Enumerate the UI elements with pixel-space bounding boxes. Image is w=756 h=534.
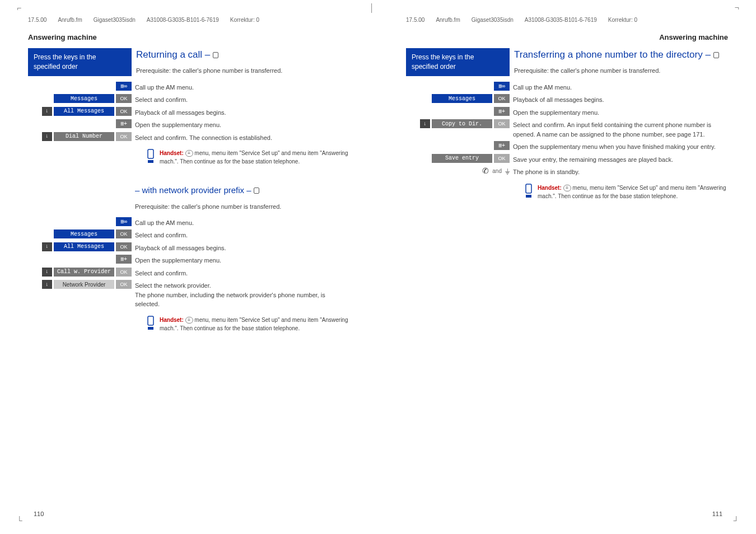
heading-network-prefix-text: – with network provider prefix – [135, 185, 254, 195]
step-text: Playback of all messages begins. [513, 94, 728, 105]
supplementary-menu-icon[interactable]: ≣+ [116, 119, 132, 128]
step-text: Select and confirm. The connection is es… [135, 132, 350, 143]
step-text: Playback of all messages begins. [135, 242, 350, 253]
ok-button[interactable]: OK [116, 229, 132, 238]
page-number-left: 110 [34, 510, 44, 517]
menu-icon[interactable]: ≣∞ [116, 82, 132, 91]
blue-box-line1: Press the keys in the [34, 53, 126, 62]
heading-network-prefix: – with network provider prefix – [135, 184, 350, 197]
call-w-provider-button[interactable]: Call w. Provider [54, 268, 114, 277]
header-korr: Korrektur: 0 [608, 17, 637, 23]
menu-icon[interactable]: ≣∞ [494, 82, 510, 91]
header-device: Gigaset3035isdn [472, 17, 514, 23]
step-text: Open the supplementary menu. [513, 107, 728, 118]
handset-note: Handset: ≡ menu, menu item "Service Set … [146, 149, 350, 166]
svg-rect-4 [526, 184, 531, 193]
step-text: The phone is in standby. [513, 166, 728, 177]
header-file: Anrufb.fm [58, 17, 82, 23]
hook-on-icon: ⏚ [505, 166, 510, 175]
ok-button[interactable]: OK [116, 107, 132, 116]
hook-off-icon: ✆ [482, 166, 489, 175]
handset-label: Handset: [538, 185, 562, 191]
dial-number-button[interactable]: Dial Number [54, 132, 114, 141]
handset-note-icon [146, 149, 155, 166]
heading-transfer-directory: Transferring a phone number to the direc… [514, 49, 728, 60]
header-date: 17.5.00 [28, 17, 46, 23]
ok-button[interactable]: OK [494, 154, 510, 163]
handset-note-icon [146, 316, 155, 333]
messages-button[interactable]: Messages [54, 229, 114, 238]
header-device: Gigaset3035isdn [94, 17, 136, 23]
phone-icon [713, 52, 719, 58]
arrow-down-icon[interactable]: ↓ [42, 242, 52, 251]
heading-returning-call: Returning a call – [136, 49, 350, 60]
ok-button[interactable]: OK [494, 119, 510, 128]
phone-icon [213, 52, 218, 58]
menu-icon[interactable]: ≣∞ [116, 217, 132, 226]
step-text: Call up the AM menu. [513, 82, 728, 92]
svg-rect-3 [148, 327, 153, 330]
step-text: Select the network provider. The phone n… [135, 280, 350, 309]
ok-button[interactable]: OK [116, 268, 132, 277]
header-docno: A31008-G3035-B101-6-7619 [525, 17, 597, 23]
arrow-down-icon[interactable]: ↓ [420, 119, 430, 128]
menu-key-icon: ≡ [563, 185, 571, 191]
svg-rect-5 [526, 195, 531, 198]
arrow-down-icon[interactable]: ↓ [42, 280, 52, 289]
header-korr: Korrektur: 0 [230, 17, 259, 23]
step-text: Open the supplementary menu. [135, 119, 350, 130]
handset-note-text: Handset: ≡ menu, menu item "Service Set … [538, 184, 728, 201]
columns-right: Press the keys in the specified order Tr… [406, 48, 728, 82]
ok-button[interactable]: OK [494, 94, 510, 103]
and-text: and [492, 168, 502, 174]
messages-button[interactable]: Messages [54, 94, 114, 103]
step-text: Select and confirm. [135, 94, 350, 105]
blue-box-line1: Press the keys in the [412, 53, 504, 62]
handset-label: Handset: [160, 150, 184, 156]
step-text: Open the supplementary menu when you hav… [513, 141, 728, 152]
step-text: Select and confirm. [135, 229, 350, 240]
arrow-down-icon[interactable]: ↓ [42, 132, 52, 141]
handset-note-text: Handset: ≡ menu, menu item "Service Set … [160, 316, 350, 333]
page-number-right: 111 [712, 510, 722, 517]
step-text: Save your entry, the remaining messages … [513, 154, 728, 165]
network-provider-button[interactable]: Network Provider [54, 280, 114, 289]
ok-button[interactable]: OK [116, 94, 132, 103]
header-file: Anrufb.fm [436, 17, 460, 23]
arrow-down-icon[interactable]: ↓ [42, 107, 52, 116]
ok-button[interactable]: OK [116, 242, 132, 251]
header-line: 17.5.00 Anrufb.fm Gigaset3035isdn A31008… [28, 17, 350, 23]
blue-box-line2: specified order [34, 62, 126, 72]
messages-button[interactable]: Messages [432, 94, 492, 103]
supplementary-menu-icon[interactable]: ≣+ [494, 107, 510, 116]
ok-button[interactable]: OK [116, 132, 132, 141]
blue-instruction-box: Press the keys in the specified order [406, 48, 510, 76]
step-text: Call up the AM menu. [135, 82, 350, 92]
heading-returning-call-text: Returning a call – [136, 49, 213, 60]
section-title-right: Answering machine [406, 33, 728, 41]
prereq-text-r: Prerequisite: the caller's phone number … [514, 66, 728, 76]
prereq-text-1: Prerequisite: the caller's phone number … [136, 66, 350, 76]
supplementary-menu-icon[interactable]: ≣+ [116, 255, 132, 264]
ok-button[interactable]: OK [116, 280, 132, 289]
handset-label: Handset: [160, 317, 184, 323]
svg-rect-0 [148, 149, 153, 158]
step-text: Select and confirm. An input field conta… [513, 119, 728, 139]
all-messages-button[interactable]: All Messages [54, 107, 114, 116]
step-text: Call up the AM menu. [135, 217, 350, 228]
step-text: Playback of all messages begins. [135, 107, 350, 118]
handset-note-text: Handset: ≡ menu, menu item "Service Set … [160, 149, 350, 166]
page-left: 17.5.00 Anrufb.fm Gigaset3035isdn A31008… [0, 0, 378, 534]
prereq-text-2: Prerequisite: the caller's phone number … [135, 202, 350, 212]
copy-to-dir-button[interactable]: Copy to Dir. [432, 119, 492, 128]
page-right: 17.5.00 Anrufb.fm Gigaset3035isdn A31008… [378, 0, 756, 534]
save-entry-button[interactable]: Save entry [432, 154, 492, 163]
menu-key-icon: ≡ [185, 150, 193, 157]
phone-icon [254, 188, 259, 194]
header-line: 17.5.00 Anrufb.fm Gigaset3035isdn A31008… [406, 17, 728, 23]
handset-note-icon [524, 184, 533, 201]
all-messages-button[interactable]: All Messages [54, 242, 114, 251]
supplementary-menu-icon[interactable]: ≣+ [494, 141, 510, 150]
arrow-down-icon[interactable]: ↓ [42, 268, 52, 277]
step-text: Select and confirm. [135, 268, 350, 278]
